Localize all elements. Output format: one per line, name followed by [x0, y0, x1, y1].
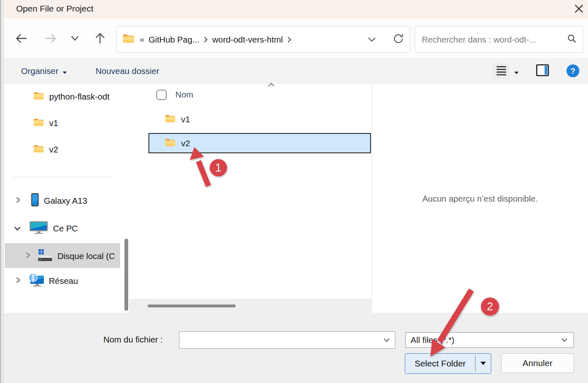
navigation-bar: « GitHub Pag... word-odt-vers-html	[4, 19, 588, 58]
network-icon	[29, 273, 44, 289]
search-icon[interactable]	[567, 34, 577, 45]
chevron-down-icon	[14, 224, 21, 233]
sidebar-item-label: python-flask-odt	[49, 92, 110, 102]
caret-down-icon	[514, 69, 519, 76]
cancel-label: Annuler	[523, 358, 552, 368]
address-bar[interactable]: « GitHub Pag... word-odt-vers-html	[116, 26, 410, 53]
chevron-down-icon	[70, 35, 79, 43]
window-edge	[0, 0, 4, 383]
address-dropdown-button[interactable]	[367, 36, 376, 43]
refresh-icon	[393, 33, 404, 46]
select-folder-dropdown[interactable]	[476, 354, 491, 373]
help-icon: ?	[571, 67, 576, 76]
hard-drive-icon	[38, 249, 53, 264]
file-name-label: v1	[181, 114, 190, 124]
caret-down-icon	[62, 67, 67, 76]
sidebar-item-label: v1	[49, 118, 58, 128]
forward-button[interactable]	[44, 32, 57, 47]
folder-icon	[33, 91, 44, 102]
search-box	[415, 26, 583, 53]
monitor-icon	[29, 221, 48, 236]
close-icon	[574, 3, 584, 16]
chevron-down-icon	[561, 338, 568, 343]
select-all-checkbox[interactable]	[156, 90, 167, 100]
phone-icon	[31, 193, 39, 209]
up-button[interactable]	[93, 32, 107, 47]
sidebar-scrollbar[interactable]	[124, 239, 128, 311]
breadcrumb-segment[interactable]: GitHub Pag...	[148, 35, 199, 45]
refresh-button[interactable]	[393, 33, 404, 46]
select-folder-button[interactable]: Select Folder	[405, 353, 491, 374]
titlebar: Open File or Project	[4, 0, 588, 19]
folder-icon	[165, 114, 176, 125]
view-mode-dropdown[interactable]	[514, 69, 519, 76]
back-button[interactable]	[15, 32, 28, 47]
dialog-title: Open File or Project	[16, 4, 93, 14]
filetype-value: All files (*.*)	[411, 335, 454, 345]
back-icon	[15, 32, 28, 47]
sidebar-divider	[12, 177, 112, 177]
sidebar-item-reseau[interactable]: Réseau	[15, 272, 78, 290]
breadcrumb-separator-icon	[287, 36, 292, 43]
forward-icon	[44, 32, 57, 47]
caret-down-icon	[480, 360, 486, 367]
breadcrumb-overflow-icon[interactable]: «	[140, 35, 144, 44]
filetype-dropdown[interactable]: All files (*.*)	[405, 332, 574, 348]
sidebar-item-v1[interactable]: v1	[33, 115, 58, 131]
file-row-v2-selected[interactable]: v2	[148, 133, 371, 153]
dialog-content: python-flask-odt v1 v2 Galaxy A13 Ce PC	[4, 84, 588, 313]
sidebar-item-v2[interactable]: v2	[33, 141, 58, 158]
search-input[interactable]	[422, 35, 567, 45]
sidebar-item-label: Ce PC	[53, 224, 78, 233]
recent-locations-button[interactable]	[70, 35, 79, 43]
list-horizontal-scrollbar[interactable]	[148, 304, 236, 307]
preview-pane-icon	[536, 64, 549, 78]
organize-label: Organiser	[21, 66, 58, 76]
chevron-right-icon	[15, 196, 21, 206]
local-disk-row-content: Disque local (C	[25, 247, 115, 265]
preview-pane-toggle[interactable]	[535, 64, 550, 78]
dialog-footer: Nom du fichier : All files (*.*) Select …	[4, 313, 588, 383]
breadcrumb-separator-icon	[203, 36, 208, 43]
sidebar-item-python-flask-odt[interactable]: python-flask-odt	[33, 88, 124, 105]
filename-label: Nom du fichier :	[103, 335, 163, 345]
column-header-name[interactable]: Nom	[175, 90, 193, 100]
filename-combobox	[179, 331, 395, 349]
close-button[interactable]	[572, 3, 586, 16]
help-button[interactable]: ?	[566, 64, 579, 77]
folder-icon	[165, 138, 176, 149]
new-folder-button[interactable]: Nouveau dossier	[96, 58, 159, 84]
dialog-toolbar: Organiser Nouveau dossier ?	[4, 58, 588, 84]
open-file-dialog: Open File or Project « GitHub Pag...	[0, 0, 588, 383]
cancel-button[interactable]: Annuler	[501, 353, 574, 373]
sidebar-item-label: Disque local (C	[57, 251, 115, 261]
sort-chevron-icon[interactable]	[267, 82, 275, 90]
new-folder-label: Nouveau dossier	[96, 66, 159, 76]
chevron-down-icon[interactable]	[383, 338, 390, 343]
preview-empty-message: Aucun aperçu n’est disponible.	[372, 194, 588, 204]
file-name-label: v2	[181, 138, 190, 148]
filename-input[interactable]	[179, 332, 383, 348]
folder-icon	[33, 118, 44, 129]
select-folder-label: Select Folder	[405, 354, 475, 373]
file-row-v1[interactable]: v1	[165, 111, 190, 128]
sidebar-item-galaxy-a13[interactable]: Galaxy A13	[15, 192, 87, 210]
chevron-right-icon	[15, 276, 21, 286]
sidebar-item-label: v2	[49, 145, 58, 155]
folder-icon	[33, 144, 44, 155]
organize-menu-button[interactable]: Organiser	[21, 58, 67, 84]
up-icon	[93, 32, 107, 47]
folder-icon	[122, 33, 135, 45]
sidebar-item-local-disk[interactable]: Disque local (C	[5, 243, 120, 268]
sidebar-item-ce-pc[interactable]: Ce PC	[14, 219, 78, 238]
chevron-right-icon	[25, 251, 31, 261]
sidebar-item-label: Galaxy A13	[44, 196, 87, 206]
breadcrumb-segment[interactable]: word-odt-vers-html	[212, 35, 283, 45]
list-view-icon	[496, 65, 507, 78]
file-row-content: v2	[165, 135, 190, 152]
sidebar-item-label: Réseau	[49, 276, 78, 286]
view-mode-button[interactable]	[492, 63, 510, 79]
